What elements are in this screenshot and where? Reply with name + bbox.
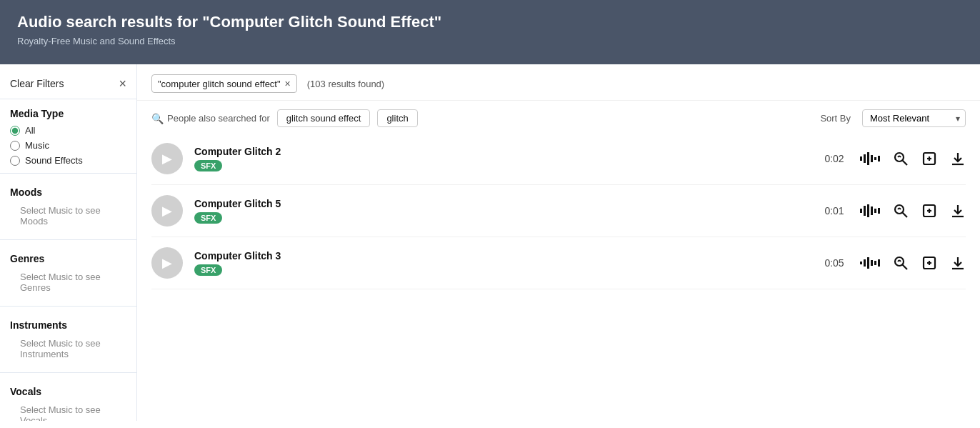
search-bar: "computer glitch sound effect" × (103 re…: [137, 64, 980, 101]
sfx-badge-2: SFX: [194, 212, 222, 224]
svg-rect-28: [867, 257, 869, 269]
waveform-icon-2[interactable]: [860, 204, 880, 217]
track-info-3: Computer Glitch 3 SFX: [194, 250, 809, 276]
radio-sound-effects[interactable]: Sound Effects: [10, 155, 126, 166]
track-duration-3: 0:05: [820, 257, 849, 269]
add-to-project-icon-3[interactable]: [921, 255, 937, 271]
sort-select[interactable]: Most Relevant Most Recent Most Downloade…: [862, 109, 966, 127]
sort-label: Sort By: [820, 113, 851, 124]
sfx-badge-1: SFX: [194, 160, 222, 171]
remove-search-tag-button[interactable]: ×: [285, 78, 291, 89]
vocals-dim: Select Music to see Vocals: [10, 403, 126, 421]
close-button[interactable]: ×: [119, 77, 126, 90]
svg-rect-5: [878, 156, 880, 161]
svg-line-20: [903, 213, 908, 218]
divider-1: [0, 173, 136, 174]
svg-rect-3: [871, 155, 873, 162]
add-to-project-icon-2[interactable]: [921, 203, 937, 219]
also-searched-bar: 🔍 People also searched for glitch sound …: [137, 101, 980, 133]
page-subtitle: Royalty-Free Music and Sound Effects: [17, 36, 963, 46]
track-list: ▶ Computer Glitch 2 SFX 0:02: [137, 133, 980, 289]
clear-filters-row[interactable]: Clear Filters ×: [0, 71, 136, 99]
similar-icon-3[interactable]: [893, 255, 909, 271]
svg-rect-1: [864, 154, 866, 163]
divider-3: [0, 306, 136, 307]
search-tag-text: "computer glitch sound effect": [158, 79, 281, 89]
waveform-icon-1[interactable]: [860, 152, 880, 165]
genres-dim: Select Music to see Genres: [10, 270, 126, 299]
media-type-title: Media Type: [10, 108, 126, 119]
similar-icon-2[interactable]: [893, 203, 909, 219]
svg-rect-18: [878, 208, 880, 214]
svg-rect-31: [878, 259, 880, 267]
instruments-section: Instruments Select Music to see Instrume…: [0, 311, 136, 368]
svg-line-33: [903, 265, 908, 270]
moods-dim: Select Music to see Moods: [10, 204, 126, 232]
genres-title: Genres: [10, 253, 126, 264]
instruments-title: Instruments: [10, 319, 126, 331]
results-count: (103 results found): [307, 79, 384, 89]
sfx-badge-3: SFX: [194, 264, 222, 276]
track-info-2: Computer Glitch 5 SFX: [194, 198, 809, 224]
main-layout: Clear Filters × Media Type All Music Sou…: [0, 64, 980, 421]
track-actions-3: [860, 255, 966, 271]
play-button-3[interactable]: ▶: [151, 247, 183, 279]
track-actions-2: [860, 203, 966, 219]
download-icon-3[interactable]: [950, 255, 966, 271]
track-duration-1: 0:02: [820, 153, 849, 164]
track-info-1: Computer Glitch 2 SFX: [194, 146, 809, 171]
download-icon-2[interactable]: [950, 203, 966, 219]
download-icon-1[interactable]: [950, 151, 966, 166]
waveform-icon-3[interactable]: [860, 257, 880, 269]
page-header: Audio search results for "Computer Glitc…: [0, 0, 980, 64]
sidebar: Clear Filters × Media Type All Music Sou…: [0, 64, 137, 421]
vocals-title: Vocals: [10, 386, 126, 397]
track-row: ▶ Computer Glitch 2 SFX 0:02: [151, 133, 966, 185]
vocals-section: Vocals Select Music to see Vocals: [0, 377, 136, 421]
svg-point-6: [895, 153, 904, 161]
play-button-2[interactable]: ▶: [151, 195, 183, 227]
add-to-project-icon-1[interactable]: [921, 151, 937, 166]
media-type-section: Media Type All Music Sound Effects: [0, 99, 136, 169]
svg-rect-15: [867, 204, 869, 217]
track-name-1: Computer Glitch 2: [194, 146, 809, 157]
also-searched-pill-1[interactable]: glitch sound effect: [277, 109, 371, 127]
instruments-dim: Select Music to see Instruments: [10, 337, 126, 365]
track-row: ▶ Computer Glitch 3 SFX 0:05: [151, 237, 966, 289]
radio-music[interactable]: Music: [10, 140, 126, 151]
moods-title: Moods: [10, 186, 126, 198]
svg-rect-17: [874, 209, 876, 213]
divider-4: [0, 372, 136, 373]
svg-rect-13: [860, 209, 862, 213]
svg-point-19: [895, 205, 904, 214]
divider-2: [0, 239, 136, 240]
also-searched-label: 🔍 People also searched for: [151, 113, 270, 124]
clear-filters-label[interactable]: Clear Filters: [10, 78, 64, 89]
track-duration-2: 0:01: [820, 205, 849, 217]
track-name-2: Computer Glitch 5: [194, 198, 809, 209]
track-actions-1: [860, 151, 966, 166]
svg-point-32: [895, 257, 904, 266]
radio-all[interactable]: All: [10, 125, 126, 136]
media-type-radio-group: All Music Sound Effects: [10, 125, 126, 166]
svg-rect-26: [860, 262, 862, 264]
track-row: ▶ Computer Glitch 5 SFX 0:01: [151, 185, 966, 237]
svg-rect-2: [867, 152, 869, 165]
genres-section: Genres Select Music to see Genres: [0, 244, 136, 302]
play-button-1[interactable]: ▶: [151, 143, 183, 174]
page-title: Audio search results for "Computer Glitc…: [17, 13, 963, 31]
svg-rect-29: [871, 260, 873, 266]
svg-rect-16: [871, 206, 873, 215]
svg-rect-4: [874, 157, 876, 160]
content-area: "computer glitch sound effect" × (103 re…: [137, 64, 980, 421]
also-searched-pill-2[interactable]: glitch: [377, 109, 417, 127]
search-icon: 🔍: [151, 113, 164, 124]
similar-icon-1[interactable]: [893, 151, 909, 166]
sort-bar: Sort By Most Relevant Most Recent Most D…: [820, 109, 966, 127]
svg-rect-30: [874, 261, 876, 265]
svg-rect-27: [864, 259, 866, 267]
svg-line-7: [903, 161, 908, 166]
svg-rect-0: [860, 156, 862, 161]
track-name-3: Computer Glitch 3: [194, 250, 809, 262]
moods-section: Moods Select Music to see Moods: [0, 178, 136, 235]
